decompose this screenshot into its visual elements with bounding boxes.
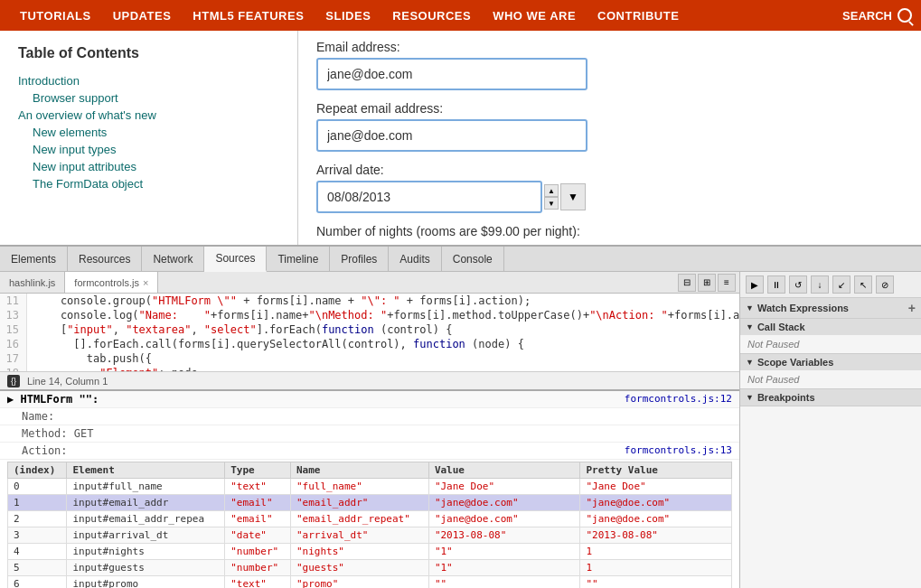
breakpoints-section: ▼ Breakpoints — [740, 389, 921, 406]
table-cell-type: "text" — [225, 479, 291, 495]
tab-profiles[interactable]: Profiles — [330, 247, 389, 271]
table-cell-element: input#arrival_dt — [67, 527, 225, 544]
main-area: Table of Contents Introduction Browser s… — [0, 31, 921, 245]
console-name: Name: — [7, 410, 54, 423]
toc-title: Table of Contents — [18, 45, 279, 61]
toc-new-input-attrs[interactable]: New input attributes — [18, 158, 279, 175]
table-cell-type: "number" — [225, 544, 291, 560]
tab-sources[interactable]: Sources — [204, 247, 267, 272]
console-link-2[interactable]: formcontrols.js:13 — [625, 444, 732, 456]
scope-section: ▼ Scope Variables Not Paused — [740, 354, 921, 389]
debug-reload-btn[interactable]: ↺ — [789, 275, 807, 294]
table-cell-index: 6 — [8, 576, 67, 589]
date-up-btn[interactable]: ▲ — [544, 184, 559, 197]
table-cell-value: "" — [428, 576, 580, 589]
tab-resources[interactable]: Resources — [68, 247, 142, 271]
nav-html5features[interactable]: HTML5 FEATURES — [182, 0, 315, 31]
file-tab-formcontrols[interactable]: formcontrols.js × — [65, 272, 158, 293]
console-table-row: (index) Element Type Name Value Pretty V… — [0, 460, 739, 588]
table-cell-pretty: 1 — [580, 544, 732, 560]
nav-whoweare[interactable]: WHO WE ARE — [482, 0, 587, 31]
scope-arrow: ▼ — [746, 358, 754, 367]
code-line-17: 17 tab.push({ — [0, 351, 739, 366]
toc-new-input-types[interactable]: New input types — [18, 141, 279, 158]
callstack-arrow: ▼ — [746, 322, 754, 331]
tab-timeline[interactable]: Timeline — [267, 247, 330, 271]
expand-btn[interactable]: ⊞ — [698, 274, 716, 292]
arrival-date-row: ▲ ▼ ▼ — [316, 181, 903, 213]
breakpoints-header[interactable]: ▼ Breakpoints — [740, 389, 921, 406]
tab-audits[interactable]: Audits — [389, 247, 441, 271]
devtools-body: hashlink.js formcontrols.js × ⊟ ⊞ ≡ 11 c… — [0, 272, 921, 588]
table-cell-type: "email" — [225, 495, 291, 511]
nav-tutorials[interactable]: TUTORIALS — [9, 0, 102, 31]
nights-label: Number of nights (rooms are $99.00 per n… — [316, 224, 903, 238]
menu-btn[interactable]: ≡ — [718, 274, 736, 292]
th-name: Name — [290, 462, 428, 479]
debug-step-over-btn[interactable]: ↓ — [811, 275, 829, 294]
table-cell-pretty: "2013-08-08" — [580, 527, 732, 544]
search-button[interactable]: SEARCH — [842, 8, 912, 23]
debug-step-in-btn[interactable]: ↙ — [832, 275, 851, 294]
search-label: SEARCH — [842, 9, 892, 23]
code-line-11: 11 console.group("HTMLForm \"" + forms[i… — [0, 294, 739, 308]
code-line-16: 16 [].forEach.call(forms[i].querySelecto… — [0, 337, 739, 351]
table-row: 6input#promo"text""promo""""" — [8, 576, 732, 589]
debug-play-btn[interactable]: ▶ — [746, 275, 764, 294]
table-cell-index: 0 — [8, 479, 67, 495]
debug-pause-btn[interactable]: ⏸ — [767, 275, 785, 294]
nav-contribute[interactable]: CONTRIBUTE — [587, 0, 690, 31]
callstack-header[interactable]: ▼ Call Stack — [740, 319, 921, 335]
toc-introduction[interactable]: Introduction — [18, 72, 279, 89]
file-tab-close[interactable]: × — [143, 277, 148, 288]
console-action-row: Action: formcontrols.js:13 — [0, 443, 739, 460]
arrival-label: Arrival date: — [316, 163, 903, 177]
nav-updates[interactable]: UPDATES — [102, 0, 183, 31]
watch-label: Watch Expressions — [757, 303, 849, 313]
th-index: (index) — [8, 462, 67, 479]
email-label: Email address: — [316, 40, 903, 54]
toc-new-elements[interactable]: New elements — [18, 124, 279, 141]
repeat-email-input[interactable] — [316, 119, 587, 152]
table-row: 0input#full_name"text""full_name""Jane D… — [8, 479, 732, 495]
toc-formdata[interactable]: The FormData object — [18, 175, 279, 192]
date-dropdown-btn[interactable]: ▼ — [560, 183, 586, 210]
table-cell-pretty: "jane@doe.com" — [580, 495, 732, 511]
table-row: 5input#guests"number""guests""1"1 — [8, 560, 732, 576]
nav-slides[interactable]: SLIDES — [315, 0, 381, 31]
collapse-btn[interactable]: ⊟ — [678, 274, 696, 292]
tab-elements[interactable]: Elements — [0, 247, 68, 271]
top-nav: TUTORIALS UPDATES HTML5 FEATURES SLIDES … — [0, 0, 921, 31]
table-cell-name: "guests" — [290, 560, 428, 576]
add-watch-btn[interactable]: + — [908, 301, 916, 315]
watch-expressions-header[interactable]: ▼ Watch Expressions + — [740, 298, 921, 318]
status-marker: {} — [7, 375, 20, 387]
table-row: 1input#email_addr"email""email_addr""jan… — [8, 495, 732, 511]
table-cell-index: 5 — [8, 560, 67, 576]
arrival-date-input[interactable] — [316, 181, 542, 213]
table-cell-type: "email" — [225, 511, 291, 527]
scope-header[interactable]: ▼ Scope Variables — [740, 354, 921, 370]
debug-deactivate-btn[interactable]: ⊘ — [876, 275, 894, 294]
email-input[interactable] — [316, 58, 587, 90]
nav-resources[interactable]: RESOURCES — [381, 0, 482, 31]
date-down-btn[interactable]: ▼ — [544, 197, 559, 210]
tab-network[interactable]: Network — [142, 247, 204, 271]
code-status-bar: {} Line 14, Column 1 — [0, 371, 739, 389]
table-cell-value: "Jane Doe" — [428, 479, 580, 495]
file-tab-hashlink[interactable]: hashlink.js — [0, 272, 65, 293]
debug-step-out-btn[interactable]: ↖ — [854, 275, 872, 294]
table-cell-element: input#guests — [67, 560, 225, 576]
toc-browser-support[interactable]: Browser support — [18, 89, 279, 107]
table-cell-pretty: 1 — [580, 560, 732, 576]
table-cell-value: "1" — [428, 560, 580, 576]
table-cell-value: "2013-08-08" — [428, 527, 580, 544]
console-link-1[interactable]: formcontrols.js:12 — [625, 393, 732, 405]
code-panel: hashlink.js formcontrols.js × ⊟ ⊞ ≡ 11 c… — [0, 272, 740, 588]
th-element: Element — [67, 462, 225, 479]
table-cell-type: "date" — [225, 527, 291, 544]
debug-toolbar: ▶ ⏸ ↺ ↓ ↙ ↖ ⊘ — [740, 272, 921, 298]
tab-console[interactable]: Console — [442, 247, 504, 271]
table-row: 4input#nights"number""nights""1"1 — [8, 544, 732, 560]
toc-overview[interactable]: An overview of what's new — [18, 107, 279, 124]
